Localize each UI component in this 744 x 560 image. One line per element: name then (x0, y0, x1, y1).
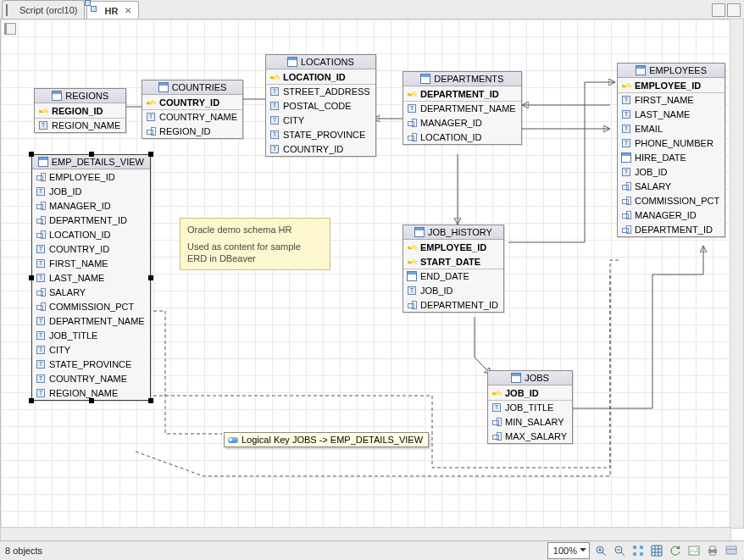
entity-header[interactable]: JOBS (488, 371, 572, 385)
settings-button[interactable] (724, 543, 739, 558)
horizontal-scrollbar[interactable] (0, 527, 731, 541)
diagram-note[interactable]: Oracle demo schema HR Used as content fo… (180, 218, 330, 270)
column-type-icon (407, 118, 417, 128)
column-row[interactable]: COUNTRY_ID (142, 95, 242, 109)
column-row[interactable]: TREGION_NAME (35, 118, 125, 132)
column-row[interactable]: TJOB_ID (403, 283, 503, 297)
column-type-icon: T (269, 115, 280, 125)
column-row[interactable]: TLAST_NAME (618, 107, 725, 121)
column-type-icon: T (407, 103, 417, 114)
entity-header[interactable]: REGIONS (35, 89, 125, 103)
key-icon (228, 437, 238, 443)
column-row[interactable]: TFIRST_NAME (618, 92, 725, 107)
palette-toggle-button[interactable] (4, 23, 16, 35)
column-row[interactable]: MANAGER_ID (618, 208, 725, 222)
column-row[interactable]: COMMISSION_PCT (618, 193, 725, 208)
table-icon (420, 74, 430, 84)
entity-header[interactable]: DEPARTMENTS (403, 72, 521, 86)
column-row[interactable]: MAX_SALARY (488, 429, 572, 443)
selection-handles[interactable] (31, 154, 151, 401)
column-row[interactable]: TCOUNTRY_NAME (142, 109, 242, 124)
arrange-icons-button[interactable] (630, 543, 646, 558)
column-type-icon (621, 196, 631, 206)
refresh-button[interactable] (668, 543, 683, 558)
selection-handle[interactable] (29, 398, 34, 403)
column-row[interactable]: JOB_ID (488, 385, 572, 400)
column-name: COUNTRY_NAME (159, 112, 237, 122)
column-row[interactable]: MIN_SALARY (488, 414, 572, 429)
column-name: STATE_PROVINCE (283, 130, 365, 140)
column-row[interactable]: DEPARTMENT_ID (403, 86, 521, 101)
image-export-button[interactable] (686, 543, 702, 558)
column-row[interactable]: TSTATE_PROVINCE (266, 127, 375, 141)
erd-icon (91, 6, 101, 16)
column-row[interactable]: END_DATE (403, 269, 503, 283)
column-type-icon: T (269, 144, 280, 154)
selection-handle[interactable] (29, 152, 34, 157)
entity-countries[interactable]: COUNTRIESCOUNTRY_IDTCOUNTRY_NAMEREGION_I… (142, 80, 243, 139)
entity-departments[interactable]: DEPARTMENTSDEPARTMENT_IDTDEPARTMENT_NAME… (403, 71, 522, 145)
table-icon (52, 91, 62, 101)
entity-locations[interactable]: LOCATIONSLOCATION_IDTSTREET_ADDRESSTPOST… (265, 54, 376, 157)
column-row[interactable]: HIRE_DATE (618, 150, 725, 164)
column-type-icon (407, 257, 417, 267)
tab-hr[interactable]: HR ✕ (86, 1, 139, 19)
zoom-out-button[interactable] (612, 543, 627, 558)
entity-jobs[interactable]: JOBSJOB_IDTJOB_TITLEMIN_SALARYMAX_SALARY (487, 370, 573, 444)
column-name: MIN_SALARY (505, 417, 564, 427)
entity-job-history[interactable]: JOB_HISTORYEMPLOYEE_IDSTART_DATEEND_DATE… (403, 225, 504, 313)
selection-handle[interactable] (148, 398, 153, 403)
selection-handle[interactable] (29, 275, 34, 280)
column-row[interactable]: TPOSTAL_CODE (266, 98, 375, 113)
column-name: POSTAL_CODE (283, 101, 352, 111)
column-row[interactable]: MANAGER_ID (403, 115, 521, 130)
column-name: END_DATE (420, 271, 469, 281)
zoom-in-button[interactable] (593, 543, 608, 558)
column-name: DEPARTMENT_ID (635, 225, 713, 235)
column-name: HIRE_DATE (635, 152, 686, 163)
selection-handle[interactable] (89, 152, 94, 157)
column-row[interactable]: TSTREET_ADDRESS (266, 84, 375, 98)
column-row[interactable]: DEPARTMENT_ID (618, 222, 725, 236)
entity-header[interactable]: JOB_HISTORY (403, 225, 503, 240)
column-row[interactable]: SALARY (618, 179, 725, 193)
column-row[interactable]: TCOUNTRY_ID (266, 141, 375, 156)
entity-header[interactable]: COUNTRIES (142, 80, 242, 95)
maximize-editor-button[interactable] (727, 3, 741, 17)
column-row[interactable]: EMPLOYEE_ID (618, 78, 725, 92)
toggle-grid-button[interactable] (649, 543, 664, 558)
minimize-editor-button[interactable] (712, 3, 725, 17)
column-type-icon: T (269, 101, 280, 111)
zoom-select[interactable]: 100% (547, 542, 590, 559)
column-row[interactable]: TCITY (266, 113, 375, 127)
column-row[interactable]: TPHONE_NUMBER (618, 136, 725, 150)
entity-header[interactable]: LOCATIONS (266, 55, 375, 69)
column-row[interactable]: TDEPARTMENT_NAME (403, 101, 521, 115)
selection-handle[interactable] (89, 398, 94, 403)
column-row[interactable]: REGION_ID (142, 124, 242, 138)
column-row[interactable]: LOCATION_ID (403, 130, 521, 144)
column-row[interactable]: REGION_ID (35, 103, 125, 118)
column-type-icon (146, 97, 156, 108)
entity-regions[interactable]: REGIONSREGION_IDTREGION_NAME (34, 88, 126, 133)
column-row[interactable]: TEMAIL (618, 121, 725, 136)
tab-script[interactable]: Script (orcl10) (2, 0, 85, 19)
entity-header[interactable]: EMPLOYEES (618, 64, 725, 78)
column-row[interactable]: TJOB_ID (618, 164, 725, 179)
print-button[interactable] (705, 543, 720, 558)
entity-name: REGIONS (65, 91, 108, 101)
tab-hr-label: HR (104, 6, 118, 16)
vertical-scrollbar[interactable] (730, 19, 744, 529)
column-row[interactable]: EMPLOYEE_ID (403, 240, 503, 254)
column-row[interactable]: DEPARTMENT_ID (403, 297, 503, 312)
column-name: MANAGER_ID (635, 210, 697, 220)
selection-handle[interactable] (148, 275, 153, 280)
entity-employees[interactable]: EMPLOYEESEMPLOYEE_IDTFIRST_NAMETLAST_NAM… (617, 63, 725, 237)
column-row[interactable]: TJOB_TITLE (488, 400, 572, 414)
selection-handle[interactable] (148, 152, 153, 157)
close-icon[interactable]: ✕ (125, 6, 131, 15)
column-type-icon (491, 417, 502, 427)
column-row[interactable]: START_DATE (403, 254, 503, 269)
column-row[interactable]: LOCATION_ID (266, 69, 375, 84)
column-name: REGION_ID (159, 126, 211, 136)
